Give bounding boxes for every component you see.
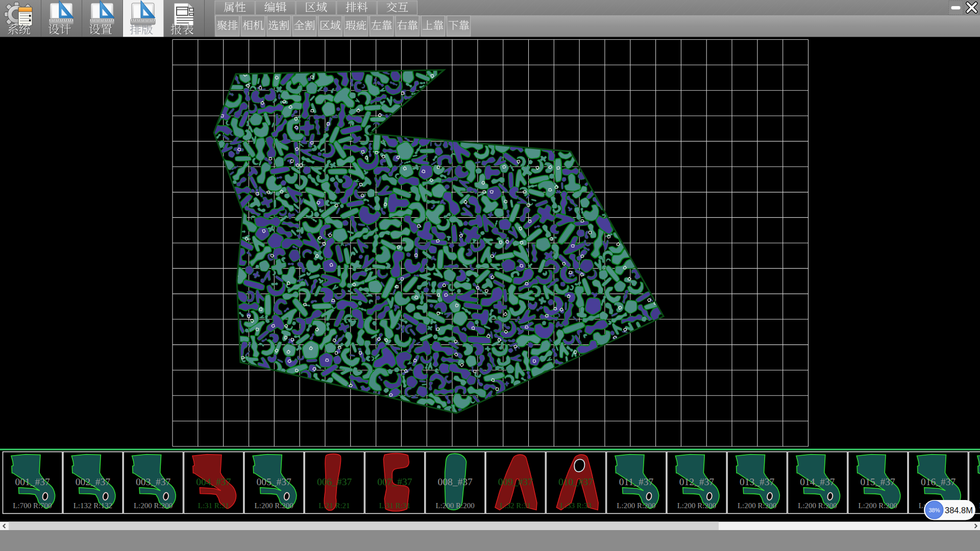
svg-text:384.8M: 384.8M <box>945 506 973 515</box>
svg-text:L:700 R:700: L:700 R:700 <box>13 502 52 510</box>
svg-text:016_#37: 016_#37 <box>921 477 956 487</box>
svg-text:015_#37: 015_#37 <box>861 477 896 487</box>
svg-text:012_#37: 012_#37 <box>679 477 715 487</box>
svg-text:011_#37: 011_#37 <box>619 477 654 487</box>
svg-text:L:31 R:31: L:31 R:31 <box>379 502 410 510</box>
svg-text:013_#37: 013_#37 <box>740 477 775 487</box>
svg-text:006_#37: 006_#37 <box>317 477 352 487</box>
svg-text:008_#37: 008_#37 <box>437 477 473 487</box>
svg-text:L:200 R:200: L:200 R:200 <box>435 502 474 510</box>
svg-text:L:31 R:31: L:31 R:31 <box>198 502 229 510</box>
svg-text:010_#37: 010_#37 <box>558 477 594 487</box>
svg-text:003_#37: 003_#37 <box>136 477 171 487</box>
svg-text:L:200 R:200: L:200 R:200 <box>134 502 173 510</box>
svg-text:L:33 R:33: L:33 R:33 <box>560 502 592 510</box>
svg-text:004_#37: 004_#37 <box>196 477 231 487</box>
svg-text:L:32 R:31: L:32 R:31 <box>500 502 531 510</box>
svg-text:L:132 R:132: L:132 R:132 <box>74 502 112 510</box>
svg-text:009_#37: 009_#37 <box>498 477 533 487</box>
svg-text:002_#37: 002_#37 <box>76 477 111 487</box>
svg-text:L:21 R:21: L:21 R:21 <box>318 502 350 510</box>
svg-text:L:200 R:200: L:200 R:200 <box>798 502 837 510</box>
svg-text:L:200 R:200: L:200 R:200 <box>617 502 655 510</box>
svg-text:38%: 38% <box>928 507 940 513</box>
svg-text:L:200 R:200: L:200 R:200 <box>738 502 776 510</box>
svg-text:001_#37: 001_#37 <box>15 477 50 487</box>
svg-text:L:200 R:200: L:200 R:200 <box>859 502 897 510</box>
svg-text:005_#37: 005_#37 <box>257 477 292 487</box>
svg-text:L:200 R:200: L:200 R:200 <box>677 502 716 510</box>
svg-text:014_#37: 014_#37 <box>800 477 835 487</box>
svg-text:L:200 R:200: L:200 R:200 <box>255 502 293 510</box>
svg-text:007_#37: 007_#37 <box>377 477 412 487</box>
